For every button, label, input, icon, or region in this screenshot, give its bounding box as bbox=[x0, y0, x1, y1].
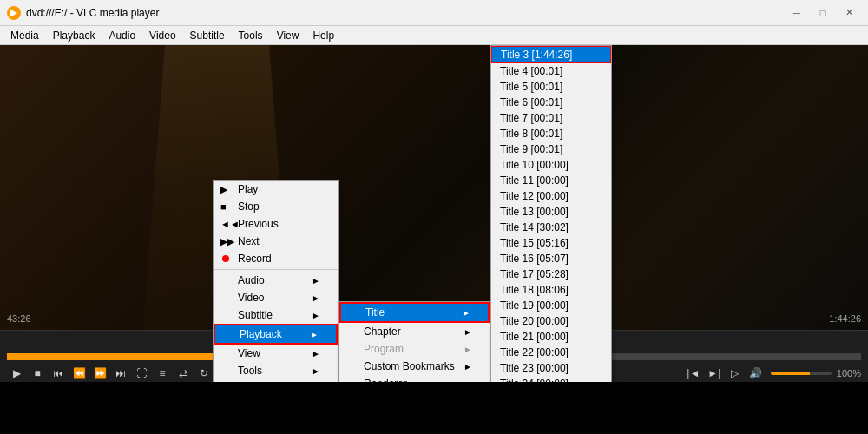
next-button[interactable]: ⏭ bbox=[111, 364, 130, 382]
close-button[interactable]: ✕ bbox=[837, 4, 861, 22]
arrow-icon: ► bbox=[312, 276, 320, 286]
ctx-playback[interactable]: Playback ► bbox=[214, 324, 338, 345]
menu-playback[interactable]: Playback bbox=[46, 28, 102, 43]
ctx-playlist[interactable]: Playlist bbox=[214, 379, 338, 382]
ctx-previous[interactable]: ◄◄ Previous bbox=[214, 215, 338, 233]
record-dot-icon bbox=[222, 255, 229, 262]
arrow-icon: ► bbox=[312, 293, 320, 303]
menu-help[interactable]: Help bbox=[306, 28, 341, 43]
ctx-audio[interactable]: Audio ► bbox=[214, 272, 338, 289]
title-item-15[interactable]: Title 18 [08:06] bbox=[491, 282, 611, 298]
title-item-2[interactable]: Title 5 [00:01] bbox=[491, 79, 611, 95]
arrow-icon: ► bbox=[310, 330, 319, 339]
window-controls: ─ □ ✕ bbox=[785, 4, 861, 22]
submenu-playback: Title ► Chapter ► Program ► Custom Bookm… bbox=[339, 301, 490, 382]
title-item-16[interactable]: Title 19 [00:00] bbox=[491, 298, 611, 313]
ctx-play[interactable]: ▶ Play bbox=[214, 181, 338, 198]
arrow-icon: ► bbox=[464, 345, 472, 354]
menu-video[interactable]: Video bbox=[142, 28, 182, 43]
title-item-7[interactable]: Title 10 [00:00] bbox=[491, 157, 611, 173]
arrow-icon: ► bbox=[464, 362, 472, 372]
app-icon: ▶ bbox=[7, 6, 21, 20]
maximize-button[interactable]: □ bbox=[811, 4, 835, 22]
arrow-icon: ► bbox=[464, 379, 472, 383]
time-total: 1:44:26 bbox=[829, 313, 861, 324]
submenu-title[interactable]: Title ► bbox=[339, 302, 490, 323]
repeat-button[interactable]: ↻ bbox=[194, 364, 214, 382]
video-area: ▶ Play ■ Stop ◄◄ Previous ▶▶ Next Record… bbox=[0, 45, 868, 382]
title-item-21[interactable]: Title 24 [00:00] bbox=[491, 376, 611, 382]
ctx-record[interactable]: Record bbox=[214, 250, 338, 267]
context-menu-main: ▶ Play ■ Stop ◄◄ Previous ▶▶ Next Record… bbox=[213, 180, 339, 382]
next-icon: ▶▶ bbox=[220, 236, 234, 247]
arrow-icon: ► bbox=[464, 327, 472, 337]
title-item-20[interactable]: Title 23 [00:00] bbox=[491, 360, 611, 376]
title-item-11[interactable]: Title 14 [30:02] bbox=[491, 220, 611, 235]
title-bar: ▶ dvd:///E:/ - VLC media player ─ □ ✕ bbox=[0, 0, 868, 26]
title-item-4[interactable]: Title 7 [00:01] bbox=[491, 110, 611, 126]
extended-button[interactable]: ≡ bbox=[153, 364, 172, 382]
ctx-tools[interactable]: Tools ► bbox=[214, 362, 338, 379]
rewind-button[interactable]: ⏪ bbox=[69, 364, 89, 382]
title-item-8[interactable]: Title 11 [00:00] bbox=[491, 173, 611, 188]
play-icon: ▶ bbox=[220, 184, 227, 195]
title-item-17[interactable]: Title 20 [00:00] bbox=[491, 313, 611, 329]
fullscreen-button[interactable]: ⛶ bbox=[132, 364, 151, 382]
title-item-12[interactable]: Title 15 [05:16] bbox=[491, 235, 611, 251]
shuffle-button[interactable]: ⇄ bbox=[174, 364, 193, 382]
time-elapsed: 43:26 bbox=[7, 313, 31, 324]
submenu-renderer[interactable]: Renderer ► bbox=[339, 375, 490, 382]
ctx-video[interactable]: Video ► bbox=[214, 289, 338, 306]
arrow-icon: ► bbox=[312, 349, 320, 358]
title-item-10[interactable]: Title 13 [00:00] bbox=[491, 204, 611, 220]
ctx-view[interactable]: View ► bbox=[214, 345, 338, 362]
arrow-icon: ► bbox=[312, 311, 320, 320]
menu-subtitle[interactable]: Subtitle bbox=[183, 28, 232, 43]
title-item-0[interactable]: Title 3 [1:44:26] bbox=[491, 46, 611, 63]
menu-bar: Media Playback Audio Video Subtitle Tool… bbox=[0, 26, 868, 45]
title-item-9[interactable]: Title 12 [00:00] bbox=[491, 188, 611, 204]
fast-forward-button[interactable]: ⏩ bbox=[90, 364, 109, 382]
play-pause-button[interactable]: ▶ bbox=[7, 364, 26, 382]
menu-view[interactable]: View bbox=[270, 28, 306, 43]
stop-icon: ■ bbox=[220, 201, 227, 212]
stop-button[interactable]: ■ bbox=[28, 364, 47, 382]
volume-slider[interactable] bbox=[771, 372, 832, 375]
separator-1 bbox=[214, 269, 338, 270]
title-item-13[interactable]: Title 16 [05:07] bbox=[491, 251, 611, 266]
ctx-next[interactable]: ▶▶ Next bbox=[214, 233, 338, 250]
submenu-program[interactable]: Program ► bbox=[339, 340, 490, 358]
window-title: dvd:///E:/ - VLC media player bbox=[26, 7, 785, 19]
title-item-18[interactable]: Title 21 [00:00] bbox=[491, 329, 611, 345]
title-item-5[interactable]: Title 8 [00:01] bbox=[491, 126, 611, 141]
minimize-button[interactable]: ─ bbox=[785, 4, 809, 22]
prev-button[interactable]: ⏮ bbox=[49, 364, 68, 382]
ctx-stop[interactable]: ■ Stop bbox=[214, 198, 338, 215]
ctx-subtitle[interactable]: Subtitle ► bbox=[214, 306, 338, 324]
submenu-title-list: Title 3 [1:44:26]Title 4 [00:01]Title 5 … bbox=[490, 45, 612, 382]
arrow-icon: ► bbox=[312, 366, 320, 376]
title-item-14[interactable]: Title 17 [05:28] bbox=[491, 266, 611, 282]
previous-icon: ◄◄ bbox=[220, 219, 240, 229]
submenu-custom-bookmarks[interactable]: Custom Bookmarks ► bbox=[339, 358, 490, 375]
title-item-1[interactable]: Title 4 [00:01] bbox=[491, 63, 611, 79]
volume-mute-button[interactable]: 🔊 bbox=[746, 364, 766, 382]
menu-tools[interactable]: Tools bbox=[232, 28, 270, 43]
title-item-19[interactable]: Title 22 [00:00] bbox=[491, 345, 611, 360]
volume-label: 100% bbox=[837, 368, 861, 378]
skip-back-button[interactable]: |◄ bbox=[684, 364, 703, 382]
title-item-6[interactable]: Title 9 [00:01] bbox=[491, 141, 611, 157]
menu-audio[interactable]: Audio bbox=[102, 28, 142, 43]
skip-fwd-button[interactable]: ►| bbox=[705, 364, 724, 382]
title-item-3[interactable]: Title 6 [00:01] bbox=[491, 95, 611, 110]
arrow-icon: ► bbox=[462, 308, 470, 318]
menu-media[interactable]: Media bbox=[3, 28, 46, 43]
frame-by-frame-button[interactable]: ▷ bbox=[726, 364, 745, 382]
submenu-chapter[interactable]: Chapter ► bbox=[339, 323, 490, 340]
